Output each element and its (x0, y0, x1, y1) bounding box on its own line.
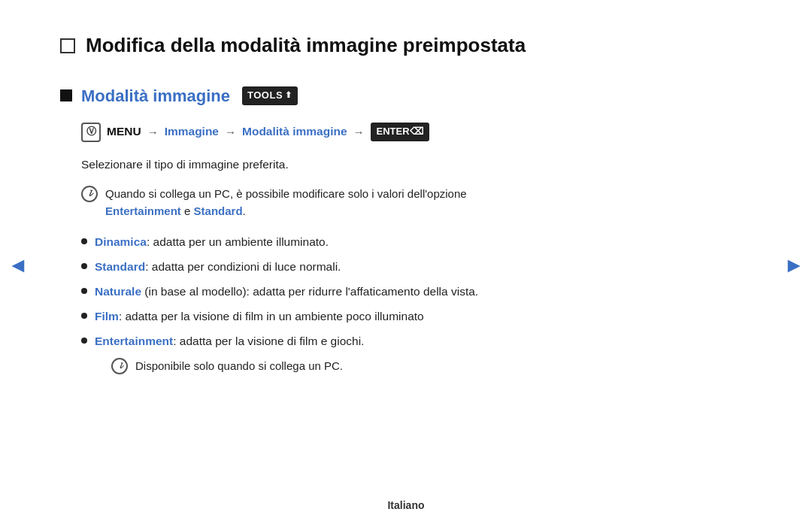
list-item: Standard: adatta per condizioni di luce … (81, 258, 752, 276)
note-link-standard: Standard (194, 204, 243, 217)
list-item-text: Naturale (in base al modello): adatta pe… (95, 283, 478, 301)
description-text: Selezionare il tipo di immagine preferit… (81, 156, 752, 174)
list-item: Entertainment: adatta per la visione di … (81, 332, 752, 350)
sub-note-text: Disponibile solo quando si collega un PC… (135, 357, 343, 375)
menu-arrow-3: → (353, 123, 365, 141)
bullet-dot (81, 288, 87, 294)
menu-icon-box: Ⓥ (81, 123, 101, 142)
nav-arrow-left[interactable]: ◄ (8, 248, 29, 282)
list-item: Dinamica: adatta per un ambiente illumin… (81, 233, 752, 251)
note-link-and: e (184, 204, 194, 217)
menu-label: MENU (107, 123, 141, 141)
bullet-dot (81, 313, 87, 319)
enter-badge: ENTER⌫ (371, 123, 429, 141)
list-item: Naturale (in base al modello): adatta pe… (81, 283, 752, 301)
footer-language: Italiano (0, 497, 812, 513)
menu-arrow-2: → (225, 123, 236, 141)
checkbox-icon (60, 38, 75, 53)
menu-link-modalita: Modalità immagine (242, 123, 347, 141)
list-item-text: Film: adatta per la visione di film in u… (95, 307, 424, 326)
sub-note-box: 𝓵 Disponibile solo quando si collega un … (111, 357, 752, 375)
main-title: Modifica della modalità immagine preimpo… (86, 30, 526, 62)
bullet-dot (81, 338, 87, 344)
bullet-term-entertainment: Entertainment (95, 335, 173, 347)
note-link-entertainment: Entertainment (105, 204, 181, 217)
sub-note-icon: 𝓵 (111, 358, 128, 374)
section-title: Modalità immagine (81, 83, 230, 109)
list-item-text: Dinamica: adatta per un ambiente illumin… (95, 233, 329, 251)
nav-arrow-right[interactable]: ► (783, 248, 804, 282)
list-item-text: Standard: adatta per condizioni di luce … (95, 258, 341, 276)
note-text: Quando si collega un PC, è possibile mod… (105, 185, 467, 220)
bullet-dot (81, 238, 87, 244)
list-item-text: Entertainment: adatta per la visione di … (95, 332, 364, 350)
menu-path: Ⓥ MENU → Immagine → Modalità immagine → … (81, 123, 752, 142)
bullet-list: Dinamica: adatta per un ambiente illumin… (81, 233, 752, 350)
menu-link-immagine: Immagine (165, 123, 219, 141)
tools-icon: ⬆ (285, 89, 292, 102)
menu-arrow-1: → (147, 123, 159, 141)
section-heading-row: Modalità immagine TOOLS⬆ (60, 83, 752, 109)
black-square-icon (60, 89, 72, 101)
note-box: 𝓵 Quando si collega un PC, è possibile m… (81, 185, 752, 220)
main-title-row: Modifica della modalità immagine preimpo… (60, 30, 752, 62)
bullet-term-dinamica: Dinamica (95, 235, 147, 248)
bullet-term-standard: Standard (95, 260, 145, 273)
bullet-term-film: Film (95, 310, 119, 323)
tools-badge: TOOLS⬆ (242, 86, 298, 105)
bullet-term-naturale: Naturale (95, 285, 141, 298)
note-icon: 𝓵 (81, 186, 98, 202)
list-item: Film: adatta per la visione di film in u… (81, 307, 752, 326)
bullet-dot (81, 263, 87, 269)
